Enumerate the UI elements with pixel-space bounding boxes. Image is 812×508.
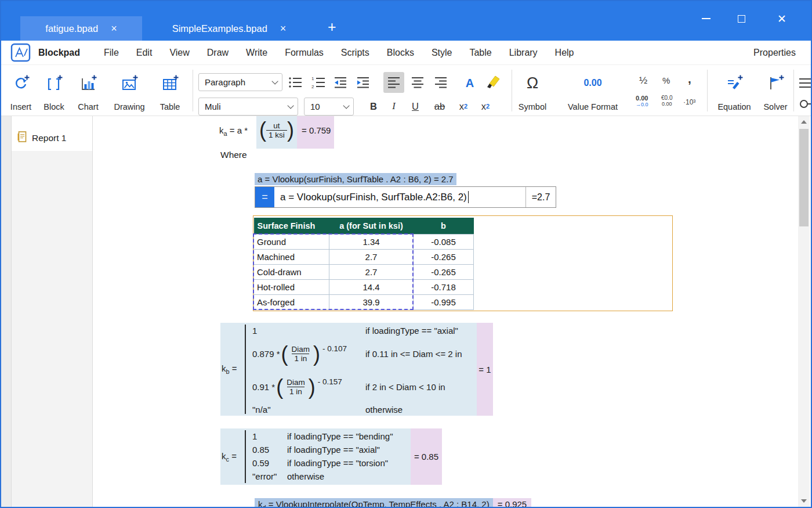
font-size-dropdown[interactable]: 10: [304, 98, 354, 116]
menu-formulas[interactable]: Formulas: [276, 41, 332, 64]
new-tab-button[interactable]: +: [328, 19, 336, 35]
menu-file[interactable]: File: [95, 41, 128, 64]
percent-format-button[interactable]: %: [662, 76, 670, 85]
table-cell[interactable]: Hot-rolled: [254, 279, 329, 294]
menu-view[interactable]: View: [161, 41, 198, 64]
font-family-dropdown[interactable]: Muli: [198, 98, 298, 116]
formula-editor[interactable]: = a = Vlookup(surFinish, SurfTable.A2:B6…: [255, 186, 556, 208]
outdent-button[interactable]: [333, 75, 348, 89]
surface-finish-table[interactable]: Surface Finish a (for Sut in ksi) b Grou…: [253, 218, 474, 310]
equation-button[interactable]: Equation: [712, 73, 756, 111]
tab-close-icon[interactable]: ×: [280, 23, 287, 35]
minimize-button[interactable]: [699, 12, 713, 26]
menu-draw[interactable]: Draw: [198, 41, 237, 64]
table-cell[interactable]: -0.718: [414, 279, 474, 294]
comma-format-button[interactable]: ,: [688, 73, 691, 85]
tab-simpleexamples[interactable]: SimpleExamples.bpad ×: [142, 16, 316, 41]
clipped-toolbar-icon[interactable]: [798, 74, 812, 89]
scroll-down-arrow[interactable]: [801, 499, 807, 503]
scientific-format-button[interactable]: ·10³: [683, 99, 695, 106]
value-format-button[interactable]: 0.00 Value Format: [558, 73, 628, 111]
font-color-button[interactable]: A: [462, 75, 478, 91]
symbol-button[interactable]: Ω Symbol: [515, 73, 550, 111]
table-cell[interactable]: Cold-drawn: [254, 264, 329, 279]
document-area[interactable]: ka = a * ( ut1 ksi ) = 0.759 Where a = V…: [93, 116, 798, 507]
header-surface-finish[interactable]: Surface Finish: [254, 218, 329, 234]
table-cell[interactable]: -0.995: [414, 294, 474, 309]
scroll-up-arrow[interactable]: [801, 120, 807, 124]
italic-button[interactable]: I: [387, 99, 400, 114]
table-icon: [161, 73, 179, 95]
ka-equation[interactable]: ka = a * ( ut1 ksi ) = 0.759: [219, 116, 440, 149]
table-cell[interactable]: 2.7: [329, 249, 414, 264]
superscript-button[interactable]: x2: [477, 99, 494, 114]
paragraph-style-dropdown[interactable]: Paragraph: [198, 73, 282, 91]
block-button[interactable]: Block: [39, 73, 68, 111]
drawing-button[interactable]: Drawing: [108, 73, 151, 111]
align-right-button[interactable]: [430, 72, 451, 93]
kd-result: = 0.925: [493, 498, 531, 507]
menu-blocks[interactable]: Blocks: [378, 41, 423, 64]
table-cell[interactable]: -0.085: [414, 234, 474, 249]
tab-close-icon[interactable]: ×: [111, 23, 117, 35]
table-cell[interactable]: 14.4: [329, 279, 414, 294]
kd-equation[interactable]: kd = VlookupInterpolate(OpTemp, TempEffe…: [255, 498, 531, 507]
decimal-format-bottom: →0.0: [636, 102, 648, 107]
kb-equation[interactable]: = 1 kb = 1 if loadingType == "axial" 0.8…: [220, 323, 493, 416]
align-center-button[interactable]: [407, 72, 428, 93]
menu-help[interactable]: Help: [546, 41, 583, 64]
svg-text:1: 1: [311, 76, 314, 81]
menu-library[interactable]: Library: [501, 41, 546, 64]
table-cell[interactable]: As-forged: [254, 294, 329, 309]
highlight-button[interactable]: [484, 73, 502, 91]
menu-properties[interactable]: Properties: [753, 48, 796, 58]
table-cell[interactable]: 2.7: [329, 264, 414, 279]
menu-style[interactable]: Style: [423, 41, 461, 64]
kb-coef: 0.91 *: [252, 382, 275, 392]
indent-button[interactable]: [356, 75, 371, 89]
menu-edit[interactable]: Edit: [128, 41, 161, 64]
strikethrough-button[interactable]: ab: [430, 99, 449, 114]
subscript-button[interactable]: x2: [455, 99, 472, 114]
table-cell[interactable]: -0.265: [414, 249, 474, 264]
equals-badge[interactable]: =: [255, 187, 274, 207]
kc-eq: =: [229, 451, 237, 461]
chart-button[interactable]: Chart: [73, 73, 103, 111]
table-cell[interactable]: Ground: [254, 234, 329, 249]
vertical-scrollbar[interactable]: [798, 116, 810, 507]
bullet-list-button[interactable]: [288, 75, 303, 89]
numbered-list-button[interactable]: 12: [311, 75, 326, 89]
menu-table[interactable]: Table: [461, 41, 500, 64]
block-icon: [45, 73, 63, 95]
header-b[interactable]: b: [414, 218, 474, 234]
kb-exponent: - 0.157: [318, 377, 342, 386]
sidebar-item-report1[interactable]: Report 1: [12, 127, 92, 150]
decimal-format-button[interactable]: 0.00 →0.0: [636, 95, 648, 107]
maximize-button[interactable]: [734, 12, 748, 26]
kc-equation[interactable]: = 0.85 kc = 1 if loadingType == "bending…: [220, 428, 442, 485]
menu-scripts[interactable]: Scripts: [332, 41, 378, 64]
selected-formula-line[interactable]: a = Vlookup(surFinish, SurfTable . A2 : …: [255, 173, 456, 185]
underline-button[interactable]: U: [408, 99, 422, 114]
header-a[interactable]: a (for Sut in ksi): [329, 218, 414, 234]
menu-write[interactable]: Write: [237, 41, 276, 64]
insert-button[interactable]: Insert: [7, 73, 35, 111]
formula-input[interactable]: a = Vlookup(surFinish, SurfTable.A2:B6, …: [274, 187, 525, 207]
close-button[interactable]: ✕: [775, 12, 789, 26]
bold-button[interactable]: B: [367, 99, 380, 114]
table-cell[interactable]: 39.9: [329, 294, 414, 309]
clipped-toolbar-icon[interactable]: [798, 96, 812, 111]
piecewise-bar: [245, 430, 246, 483]
table-cell[interactable]: Machined: [254, 249, 329, 264]
table-button[interactable]: Table: [154, 73, 186, 111]
paren-open: (: [259, 120, 266, 140]
table-cell[interactable]: 1.34: [329, 234, 414, 249]
fraction-format-button[interactable]: ½: [639, 75, 647, 86]
tab-fatigue[interactable]: fatigue.bpad ×: [20, 16, 142, 41]
scroll-thumb[interactable]: [799, 129, 809, 226]
tab-label: fatigue.bpad: [45, 23, 98, 34]
align-left-button[interactable]: [383, 72, 404, 93]
solver-button[interactable]: Solver: [759, 73, 792, 111]
currency-format-button[interactable]: €0.0 0.00: [661, 95, 672, 107]
table-cell[interactable]: -0.265: [414, 264, 474, 279]
